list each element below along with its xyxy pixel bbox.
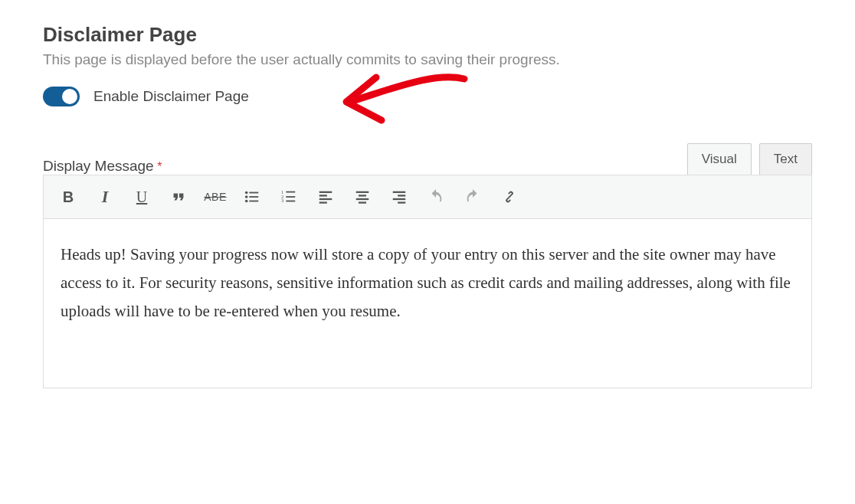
svg-rect-12	[319, 191, 332, 193]
bold-button[interactable]: B	[50, 180, 87, 214]
link-button[interactable]	[491, 180, 528, 214]
svg-rect-7	[286, 191, 295, 193]
bullet-list-icon	[244, 188, 260, 205]
svg-rect-23	[398, 201, 405, 203]
svg-rect-19	[359, 201, 366, 203]
svg-rect-1	[249, 192, 258, 194]
display-message-label: Display Message	[43, 158, 154, 174]
required-indicator: *	[157, 160, 162, 173]
svg-point-0	[245, 191, 248, 195]
numbered-list-icon: 123	[280, 188, 297, 205]
svg-rect-13	[319, 195, 327, 196]
align-right-icon	[391, 188, 408, 205]
svg-rect-3	[249, 196, 258, 198]
bullet-list-button[interactable]	[234, 180, 270, 214]
svg-rect-16	[356, 191, 369, 193]
align-center-button[interactable]	[344, 180, 381, 214]
align-left-button[interactable]	[307, 180, 344, 214]
svg-rect-11	[286, 201, 295, 202]
svg-rect-21	[398, 195, 405, 196]
display-message-field-row: Display Message * Visual Text	[43, 143, 812, 175]
enable-toggle-label: Enable Disclaimer Page	[93, 88, 249, 105]
svg-rect-5	[249, 201, 258, 202]
editor-tabs: Visual Text	[687, 143, 812, 175]
redo-icon	[464, 188, 481, 205]
svg-point-2	[245, 195, 248, 198]
svg-rect-9	[286, 196, 295, 198]
align-left-icon	[317, 188, 334, 205]
align-right-button[interactable]	[381, 180, 418, 214]
svg-rect-17	[359, 195, 366, 196]
section-description: This page is displayed before the user a…	[43, 51, 812, 68]
enable-disclaimer-toggle[interactable]	[43, 87, 80, 106]
tab-text[interactable]: Text	[759, 143, 812, 175]
toggle-knob	[62, 89, 77, 104]
strikethrough-button[interactable]: ABE	[197, 180, 234, 214]
undo-icon	[428, 188, 444, 205]
quote-icon	[170, 188, 187, 205]
underline-button[interactable]: U	[123, 180, 160, 214]
italic-button[interactable]: I	[87, 180, 123, 214]
redo-button[interactable]	[454, 180, 491, 214]
enable-toggle-row: Enable Disclaimer Page	[43, 87, 812, 106]
svg-text:3: 3	[281, 198, 283, 203]
align-center-icon	[354, 188, 371, 205]
svg-point-4	[245, 200, 248, 203]
tab-visual[interactable]: Visual	[687, 143, 752, 175]
link-icon	[501, 188, 518, 205]
editor-content-area[interactable]: Heads up! Saving your progress now will …	[44, 219, 811, 388]
section-title: Disclaimer Page	[43, 23, 812, 47]
svg-rect-15	[319, 201, 327, 203]
annotation-arrow-icon	[334, 64, 480, 140]
svg-rect-20	[393, 191, 406, 193]
undo-button[interactable]	[418, 180, 454, 214]
blockquote-button[interactable]	[160, 180, 197, 214]
editor-toolbar: B I U ABE 123	[44, 175, 811, 219]
svg-rect-22	[393, 198, 406, 200]
svg-rect-18	[356, 198, 369, 200]
svg-rect-14	[319, 198, 332, 200]
rich-text-editor: B I U ABE 123 Heads up! Saving	[43, 175, 812, 388]
numbered-list-button[interactable]: 123	[270, 180, 307, 214]
